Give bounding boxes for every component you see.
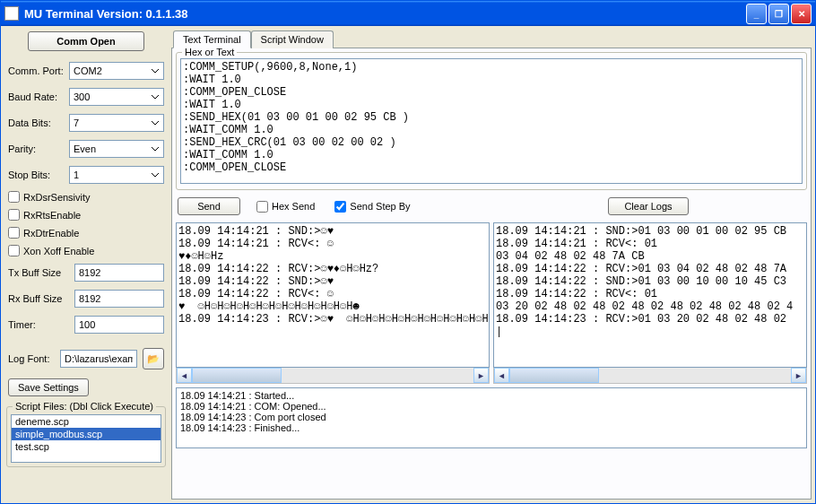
comm-port-select[interactable]: COM2 (69, 62, 164, 80)
hex-send-option[interactable]: Hex Send (256, 201, 315, 213)
comm-port-label: Comm. Port: (8, 65, 64, 76)
tx-buff-input[interactable] (74, 264, 164, 282)
script-textarea[interactable] (180, 58, 803, 184)
stop-bits-label: Stop Bits: (8, 169, 64, 180)
scroll-left-icon[interactable]: ◄ (494, 368, 509, 383)
log-left-text[interactable]: 18.09 14:14:21 : SND:>☺♥ 18.09 14:14:21 … (176, 222, 490, 368)
rxrts-checkbox[interactable] (8, 209, 20, 221)
scroll-left-icon[interactable]: ◄ (177, 368, 192, 383)
save-settings-button[interactable]: Save Settings (8, 378, 89, 396)
script-files-list[interactable]: deneme.scpsimple_modbus.scptest.scp (11, 414, 161, 463)
window-title: MU Terminal Version: 0.1.1.38 (24, 7, 746, 21)
rxdsr-label: RxDsrSensivity (23, 192, 91, 203)
scroll-right-icon[interactable]: ► (473, 368, 489, 383)
rxdsr-checkbox[interactable] (8, 191, 20, 203)
send-button[interactable]: Send (178, 197, 240, 215)
data-bits-select[interactable]: 7 (69, 114, 164, 132)
log-right-scrollbar[interactable]: ◄ ► (493, 368, 807, 384)
data-bits-label: Data Bits: (8, 117, 64, 128)
send-step-label: Send Step By (350, 201, 410, 212)
log-font-label: Log Font: (8, 353, 55, 364)
scroll-thumb[interactable] (509, 368, 599, 383)
timer-input[interactable] (74, 316, 164, 334)
xonxoff-label: Xon Xoff Enable (23, 246, 94, 256)
scroll-thumb[interactable] (192, 368, 282, 383)
maximize-button[interactable]: ❐ (768, 4, 789, 24)
send-step-checkbox[interactable] (334, 201, 346, 213)
hex-send-checkbox[interactable] (256, 201, 268, 213)
send-step-option[interactable]: Send Step By (334, 201, 410, 213)
tx-buff-label: Tx Buff Size (8, 267, 69, 278)
tab-content: Hex or Text Send Hex Send Send Step By C… (171, 48, 812, 500)
titlebar[interactable]: MU Terminal Version: 0.1.1.38 _ ❐ ✕ (1, 1, 815, 26)
tab-script-window[interactable]: Script Window (251, 30, 334, 48)
parity-label: Parity: (8, 143, 64, 154)
settings-panel: Comm Open Comm. Port: COM2 Baud Rate: 30… (4, 30, 168, 500)
log-pane-right: 18.09 14:14:21 : SND:>01 03 00 01 00 02 … (493, 222, 807, 384)
rxrts-label: RxRtsEnable (23, 210, 81, 221)
log-left-scrollbar[interactable]: ◄ ► (176, 368, 490, 384)
rxdtr-checkbox[interactable] (8, 227, 20, 239)
hex-send-label: Hex Send (272, 201, 315, 212)
tab-text-terminal[interactable]: Text Terminal (173, 30, 251, 48)
browse-font-button[interactable]: 📂 (143, 348, 164, 369)
log-font-input[interactable] (60, 350, 137, 368)
folder-icon: 📂 (147, 353, 160, 365)
log-pane-left: 18.09 14:14:21 : SND:>☺♥ 18.09 14:14:21 … (176, 222, 490, 384)
parity-select[interactable]: Even (69, 140, 164, 158)
log-right-text[interactable]: 18.09 14:14:21 : SND:>01 03 00 01 00 02 … (493, 222, 807, 368)
timer-label: Timer: (8, 319, 69, 330)
rx-buff-label: Rx Buff Size (8, 293, 69, 304)
stop-bits-select[interactable]: 1 (69, 166, 164, 184)
script-files-label: Script Files: (Dbl Click Execute) (13, 401, 156, 412)
rx-buff-input[interactable] (74, 290, 164, 308)
baud-rate-label: Baud Rate: (8, 91, 64, 102)
clear-logs-button[interactable]: Clear Logs (608, 197, 689, 215)
list-item[interactable]: simple_modbus.scp (12, 428, 161, 440)
list-item[interactable]: test.scp (12, 440, 161, 453)
status-log[interactable]: 18.09 14:14:21 : Started... 18.09 14:14:… (176, 387, 807, 448)
hex-or-text-group: Hex or Text (176, 52, 807, 190)
scroll-right-icon[interactable]: ► (791, 368, 806, 383)
comm-open-button[interactable]: Comm Open (28, 31, 144, 51)
minimize-button[interactable]: _ (746, 4, 767, 24)
baud-rate-select[interactable]: 300 (69, 88, 164, 106)
xonxoff-checkbox[interactable] (8, 245, 20, 256)
close-button[interactable]: ✕ (791, 4, 812, 24)
script-files-group: Script Files: (Dbl Click Execute) deneme… (6, 406, 166, 467)
rxdtr-label: RxDtrEnable (23, 228, 79, 239)
app-icon (4, 6, 19, 21)
list-item[interactable]: deneme.scp (12, 415, 161, 428)
